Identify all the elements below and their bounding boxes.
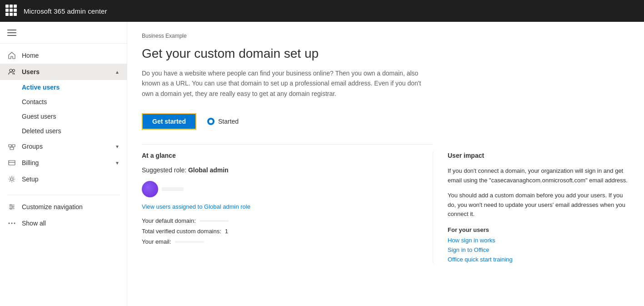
billing-chevron-icon: ▼ (115, 161, 120, 166)
how-sign-in-works-link[interactable]: How sign in works (448, 237, 629, 244)
waffle-icon[interactable] (5, 5, 18, 17)
main-content: Business Example Get your custom domain … (127, 22, 644, 306)
sidebar-item-billing[interactable]: Billing ▼ (0, 155, 127, 171)
svg-point-13 (14, 223, 15, 224)
user-impact-heading: User impact (448, 152, 629, 159)
email-row: Your email: (142, 238, 418, 245)
svg-point-8 (10, 205, 12, 206)
svg-rect-5 (9, 161, 15, 165)
col-left: At a glance Suggested role: Global admin… (142, 152, 433, 263)
suggested-role: Suggested role: Global admin (142, 166, 418, 174)
section-divider (142, 144, 433, 145)
user-impact-text2: You should add a custom domain before yo… (448, 191, 629, 219)
sign-in-to-office-link[interactable]: Sign in to Office (448, 246, 629, 253)
sidebar-item-deleted-users[interactable]: Deleted users (0, 124, 127, 138)
customize-nav[interactable]: Customize navigation (0, 199, 127, 215)
svg-point-9 (12, 206, 14, 208)
groups-label: Groups (22, 143, 110, 150)
customize-nav-label: Customize navigation (22, 203, 83, 211)
status-label: Started (218, 118, 239, 125)
sidebar-item-groups[interactable]: Groups ▼ (0, 138, 127, 155)
sidebar-item-guest-users[interactable]: Guest users (0, 109, 127, 124)
customize-icon (7, 202, 16, 211)
users-label: Users (22, 68, 110, 75)
total-verified-row: Total verified custom domains: 1 (142, 228, 418, 235)
svg-rect-2 (9, 145, 11, 147)
default-domain-row: Your default domain: (142, 217, 418, 224)
svg-point-1 (13, 70, 15, 72)
billing-label: Billing (22, 159, 110, 166)
svg-point-10 (10, 208, 12, 210)
svg-point-0 (10, 69, 12, 72)
hamburger-icon[interactable] (7, 30, 16, 36)
suggested-role-label: Suggested role (142, 166, 185, 174)
users-icon (7, 67, 16, 76)
col-right: User impact If you don't connect a domai… (433, 152, 629, 263)
office-quick-start-link[interactable]: Office quick start training (448, 256, 629, 263)
domain-fields: Your default domain: Total verified cust… (142, 217, 418, 245)
at-a-glance-heading: At a glance (142, 152, 418, 159)
dots-icon (7, 219, 16, 228)
email-label: Your email: (142, 238, 171, 245)
user-avatar-row (142, 181, 418, 197)
app-title: Microsoft 365 admin center (24, 7, 107, 15)
two-col-layout: At a glance Suggested role: Global admin… (142, 152, 629, 263)
get-started-button[interactable]: Get started (142, 113, 196, 130)
view-users-link[interactable]: View users assigned to Global admin role (142, 203, 250, 210)
setup-icon (7, 175, 16, 184)
svg-point-11 (9, 223, 10, 224)
breadcrumb: Business Example (142, 33, 629, 39)
total-verified-value: 1 (225, 228, 228, 235)
svg-rect-3 (12, 145, 15, 147)
for-users-heading: For your users (448, 226, 629, 233)
sidebar-header (0, 22, 127, 44)
billing-icon (7, 158, 16, 167)
sidebar-item-contacts[interactable]: Contacts (0, 95, 127, 109)
status-badge: Started (207, 118, 239, 125)
status-dot-icon (207, 118, 215, 125)
page-title: Get your custom domain set up (142, 46, 629, 61)
setup-label: Setup (22, 176, 120, 183)
users-chevron-icon: ▲ (115, 70, 120, 75)
sidebar-item-users[interactable]: Users ▲ (0, 64, 127, 80)
sidebar-item-home[interactable]: Home (0, 47, 127, 64)
default-domain-label: Your default domain: (142, 217, 196, 224)
show-all[interactable]: Show all (0, 215, 127, 231)
groups-chevron-icon: ▼ (115, 144, 120, 149)
avatar (142, 181, 158, 197)
svg-point-12 (11, 223, 13, 224)
avatar-name (162, 187, 184, 191)
default-domain-value (200, 220, 229, 222)
groups-icon (7, 142, 16, 151)
svg-rect-4 (10, 147, 14, 150)
svg-point-7 (10, 178, 13, 181)
sidebar: Home Users ▲ Active users Contacts Guest… (0, 22, 127, 306)
topbar: Microsoft 365 admin center (0, 0, 644, 22)
sidebar-item-active-users[interactable]: Active users (0, 80, 127, 95)
total-verified-label: Total verified custom domains: (142, 228, 221, 235)
page-description: Do you have a website where people can f… (142, 68, 433, 99)
home-label: Home (22, 52, 120, 59)
user-impact-text1: If you don't connect a domain, your orga… (448, 166, 629, 186)
nav-divider (7, 195, 120, 195)
email-value (175, 241, 204, 243)
home-icon (7, 51, 16, 60)
action-row: Get started Started (142, 113, 629, 130)
show-all-label: Show all (22, 220, 46, 227)
link-list: How sign in works Sign in to Office Offi… (448, 237, 629, 263)
sidebar-item-setup[interactable]: Setup (0, 171, 127, 187)
suggested-role-value: Global admin (188, 166, 229, 174)
